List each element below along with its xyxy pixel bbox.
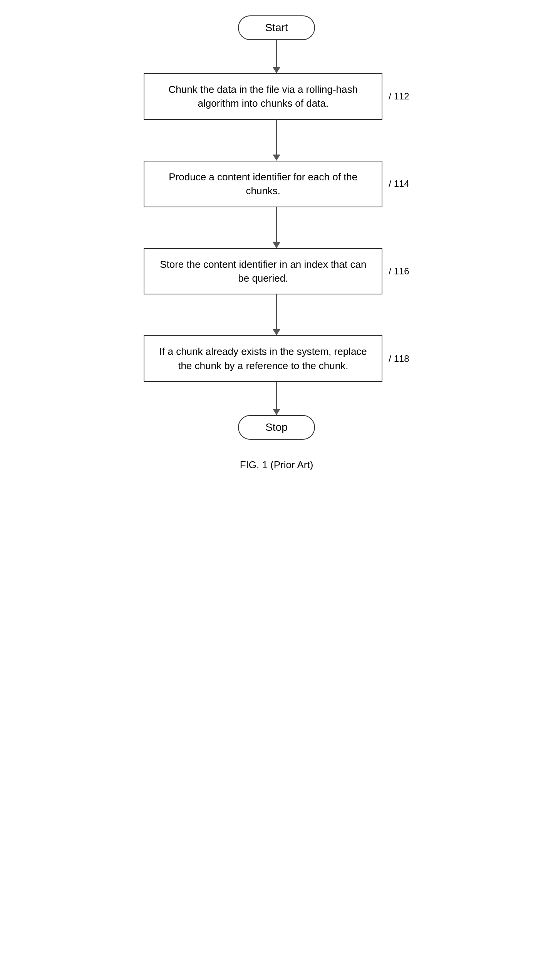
step-118-wrapper: If a chunk already exists in the system,… bbox=[144, 335, 409, 382]
step-118-box: If a chunk already exists in the system,… bbox=[144, 335, 382, 382]
step-118-label: / 118 bbox=[389, 353, 409, 364]
step-112-label: / 112 bbox=[389, 91, 409, 102]
step-114-label: / 114 bbox=[389, 178, 409, 189]
connector-1 bbox=[273, 40, 280, 73]
step-116-wrapper: Store the content identifier in an index… bbox=[144, 248, 409, 295]
figure-caption: FIG. 1 (Prior Art) bbox=[240, 459, 313, 471]
connector-4 bbox=[273, 294, 280, 335]
step-116-box: Store the content identifier in an index… bbox=[144, 248, 382, 295]
step-112-box: Chunk the data in the file via a rolling… bbox=[144, 73, 382, 120]
stop-terminal: Stop bbox=[238, 415, 315, 440]
step-112-wrapper: Chunk the data in the file via a rolling… bbox=[144, 73, 409, 120]
step-114-wrapper: Produce a content identifier for each of… bbox=[144, 161, 409, 207]
step-116-label: / 116 bbox=[389, 266, 409, 277]
start-terminal: Start bbox=[238, 15, 315, 40]
connector-3 bbox=[273, 207, 280, 248]
flowchart-diagram: Start Chunk the data in the file via a r… bbox=[103, 15, 450, 471]
connector-5 bbox=[273, 382, 280, 415]
step-114-box: Produce a content identifier for each of… bbox=[144, 161, 382, 207]
connector-2 bbox=[273, 120, 280, 161]
